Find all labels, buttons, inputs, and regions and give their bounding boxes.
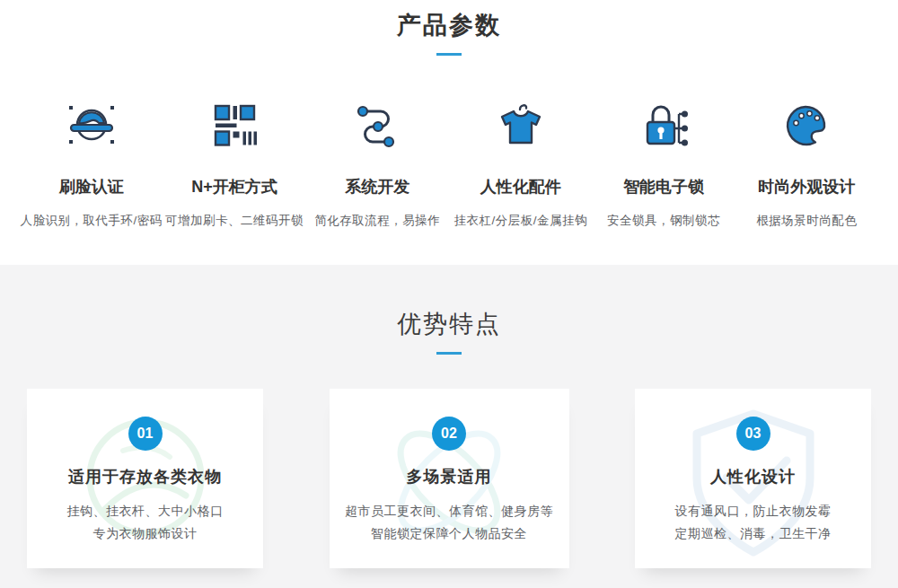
feature-title: N+开柜方式 xyxy=(163,176,305,197)
product-parameters-section: 产品参数 刷脸认证 人脸识别，取代手环/密码 xyxy=(0,0,898,265)
feature-face-auth: 刷脸认证 人脸识别，取代手环/密码 xyxy=(20,97,163,229)
advantage-card-scenarios: 02 多场景适用 超市员工更衣间、体育馆、健身房等 智能锁定保障个人物品安全 xyxy=(330,389,569,568)
feature-open-methods: N+开柜方式 可增加刷卡、二维码开锁 xyxy=(163,97,305,229)
card-desc-line1: 设有通风口，防止衣物发霉 xyxy=(635,500,871,522)
card-number-badge: 02 xyxy=(432,417,466,451)
feature-system-dev: 系统开发 简化存取流程，易操作 xyxy=(306,97,449,229)
smart-lock-icon xyxy=(635,98,692,155)
card-desc-line2: 定期巡检、消毒，卫生干净 xyxy=(635,522,871,545)
feature-title: 智能电子锁 xyxy=(592,176,735,197)
card-number-badge: 03 xyxy=(736,417,770,451)
title-underline xyxy=(436,53,462,56)
feature-accessories: 人性化配件 挂衣杠/分层板/金属挂钩 xyxy=(449,97,592,229)
qr-code-icon xyxy=(206,98,263,155)
feature-title: 系统开发 xyxy=(306,176,449,197)
advantage-cards-row: 01 适用于存放各类衣物 挂钩、挂衣杆、大中小格口 专为衣物服饰设计 02 多场… xyxy=(0,389,898,568)
card-title: 人性化设计 xyxy=(635,466,871,487)
feature-desc: 根据场景时尚配色 xyxy=(735,213,878,229)
card-desc-line2: 专为衣物服饰设计 xyxy=(27,522,263,545)
feature-desc: 可增加刷卡、二维码开锁 xyxy=(163,213,305,229)
feature-desc: 人脸识别，取代手环/密码 xyxy=(20,213,163,229)
features-row: 刷脸认证 人脸识别，取代手环/密码 N+开柜方式 可增加刷卡、二维码开锁 xyxy=(0,97,898,229)
flow-path-icon xyxy=(348,98,406,155)
feature-desc: 挂衣杠/分层板/金属挂钩 xyxy=(449,213,592,229)
face-scan-icon xyxy=(63,98,120,155)
card-title: 适用于存放各类衣物 xyxy=(27,466,263,487)
feature-title: 刷脸认证 xyxy=(20,176,163,197)
advantages-section: 优势特点 01 适用于存放各类衣物 挂钩、挂衣杆、大中小格口 专为衣物服饰设计 … xyxy=(0,265,898,588)
card-number-badge: 01 xyxy=(128,417,163,451)
feature-title: 时尚外观设计 xyxy=(735,176,878,197)
feature-smart-lock: 智能电子锁 安全锁具，钢制锁芯 xyxy=(592,97,735,229)
section-title-params: 产品参数 xyxy=(0,9,898,41)
feature-desc: 安全锁具，钢制锁芯 xyxy=(592,213,735,229)
title-underline xyxy=(436,352,462,355)
feature-title: 人性化配件 xyxy=(449,176,592,197)
palette-icon xyxy=(778,98,835,155)
advantage-card-storage: 01 适用于存放各类衣物 挂钩、挂衣杆、大中小格口 专为衣物服饰设计 xyxy=(27,389,263,568)
card-title: 多场景适用 xyxy=(330,466,569,487)
tshirt-hanger-icon xyxy=(492,98,550,155)
feature-design: 时尚外观设计 根据场景时尚配色 xyxy=(735,97,878,229)
feature-desc: 简化存取流程，易操作 xyxy=(306,213,449,229)
card-desc-line2: 智能锁定保障个人物品安全 xyxy=(330,522,569,545)
section-title-advantages: 优势特点 xyxy=(0,308,898,340)
card-desc-line1: 超市员工更衣间、体育馆、健身房等 xyxy=(330,500,569,522)
card-desc-line1: 挂钩、挂衣杆、大中小格口 xyxy=(27,500,263,522)
advantage-card-humanized: 03 人性化设计 设有通风口，防止衣物发霉 定期巡检、消毒，卫生干净 xyxy=(635,389,871,568)
